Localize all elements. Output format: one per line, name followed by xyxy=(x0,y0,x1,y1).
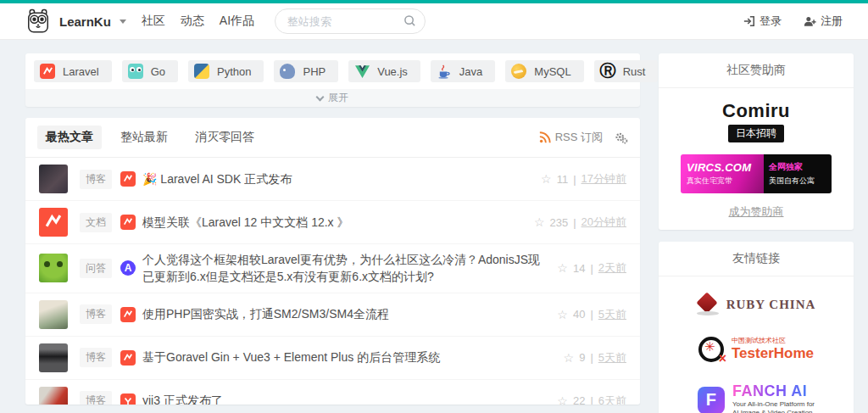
category-go[interactable]: Go xyxy=(122,60,178,82)
article-title[interactable]: 基于Goravel Gin + Vue3 + Element Plus 的后台管… xyxy=(142,349,564,366)
category-bar: Laravel Go Python PHP xyxy=(25,53,640,89)
sign-in-icon xyxy=(743,15,755,27)
meta-separator: | xyxy=(573,173,576,186)
star-icon: ☆ xyxy=(557,261,568,275)
tab-hottest-articles[interactable]: 最热文章 xyxy=(37,126,102,149)
testerhome-tagline: 中国测试技术社区 xyxy=(732,336,814,345)
search-icon[interactable] xyxy=(403,14,416,27)
nav-link-activity[interactable]: 动态 xyxy=(181,14,204,29)
category-mysql[interactable]: MySQL xyxy=(505,60,583,82)
star-icon: ☆ xyxy=(564,351,575,365)
comiru-sponsor-link[interactable]: Comiru xyxy=(659,100,854,122)
feed-tabs: 最热文章 整站最新 消灭零回答 RSS 订阅 xyxy=(25,118,640,158)
nav-link-community[interactable]: 社区 xyxy=(142,14,165,29)
article-type-badge: 博客 xyxy=(80,304,112,324)
category-java[interactable]: Java xyxy=(431,60,495,82)
article-type-badge: 博客 xyxy=(80,348,112,367)
vircs-tag: 全网独家 xyxy=(769,161,832,173)
comiru-badge[interactable]: 日本招聘 xyxy=(728,125,784,142)
yii-icon xyxy=(120,393,136,405)
laravel-icon xyxy=(40,64,55,79)
article-meta: ☆ 9 | 5天前 xyxy=(564,350,626,366)
star-icon: ☆ xyxy=(557,308,568,321)
article-meta: ☆ 235 | 20分钟前 xyxy=(534,215,626,230)
tab-site-latest[interactable]: 整站最新 xyxy=(112,126,176,149)
category-php[interactable]: PHP xyxy=(274,60,338,82)
star-count: 22 xyxy=(573,394,585,405)
brand-name[interactable]: LearnKu xyxy=(59,14,111,29)
nav-link-ai-works[interactable]: AI作品 xyxy=(220,14,254,29)
register-button[interactable]: 注册 xyxy=(804,14,843,29)
meta-separator: | xyxy=(573,216,576,229)
fanch-tagline-2: AI Image & Video Creation xyxy=(732,409,813,413)
expand-categories-toggle[interactable]: 展开 xyxy=(25,89,640,107)
laravel-icon xyxy=(120,171,136,187)
testerhome-logo-icon xyxy=(698,337,724,362)
article-type-badge: 博客 xyxy=(80,391,112,405)
article-title[interactable]: 个人觉得这个框架相较Laravel更有优势，为什么社区这么冷清？AdonisJS… xyxy=(142,251,557,286)
category-vuejs[interactable]: Vue.js xyxy=(348,60,420,82)
friend-link-fanch-ai[interactable]: F FANCH AI Your All-in-One Platform for … xyxy=(659,372,854,413)
tab-zero-replies[interactable]: 消灭零回答 xyxy=(186,126,263,149)
article-title[interactable]: 使用PHP国密实战，打通SM2/SM3/SM4全流程 xyxy=(142,305,557,322)
avatar[interactable] xyxy=(39,387,68,405)
article-time-link[interactable]: 2天前 xyxy=(598,260,626,276)
article-row[interactable]: 博客 yii3 正式发布了 ☆ 22 | 6天前 xyxy=(25,380,640,405)
article-time-link[interactable]: 5天前 xyxy=(598,307,626,322)
friend-link-testerhome[interactable]: 中国测试技术社区 TesterHome xyxy=(659,326,854,372)
learnku-logo[interactable] xyxy=(25,8,51,34)
friend-link-ruby-china[interactable]: RUBY CHINA xyxy=(659,283,854,326)
category-laravel[interactable]: Laravel xyxy=(34,60,112,82)
article-title[interactable]: yii3 正式发布了 xyxy=(142,392,557,405)
article-meta: ☆ 14 | 2天前 xyxy=(557,260,626,276)
vuejs-icon xyxy=(353,63,370,80)
site-search xyxy=(275,8,426,34)
article-time-link[interactable]: 5天前 xyxy=(598,350,626,366)
article-time-link[interactable]: 17分钟前 xyxy=(581,171,626,187)
go-gopher-icon xyxy=(128,64,143,79)
chevron-down-icon xyxy=(316,92,325,101)
become-sponsor-link[interactable]: 成为赞助商 xyxy=(729,204,784,220)
meta-separator: | xyxy=(590,351,593,364)
user-plus-icon xyxy=(804,15,816,27)
article-time-link[interactable]: 20分钟前 xyxy=(581,215,626,230)
article-meta: ☆ 11 | 17分钟前 xyxy=(541,171,626,187)
chevron-down-icon[interactable] xyxy=(120,20,126,24)
article-row[interactable]: 博客 🎉 Laravel AI SDK 正式发布 ☆ 11 | 17分钟前 xyxy=(25,158,640,201)
sponsors-title: 社区赞助商 xyxy=(659,53,854,88)
article-meta: ☆ 22 | 6天前 xyxy=(557,393,626,405)
vircs-sponsor-banner[interactable]: VIRCS.COM 真实住宅宽带 全网独家 美国自有公寓 xyxy=(681,154,832,193)
article-row[interactable]: 问答 A 个人觉得这个框架相较Laravel更有优势，为什么社区这么冷清？Ado… xyxy=(25,244,640,293)
ruby-china-name: RUBY CHINA xyxy=(726,298,816,311)
article-row[interactable]: 博客 基于Goravel Gin + Vue3 + Element Plus 的… xyxy=(25,337,640,380)
article-time-link[interactable]: 6天前 xyxy=(598,393,626,405)
avatar[interactable] xyxy=(39,343,68,372)
rss-subscribe-link[interactable]: RSS 订阅 xyxy=(539,130,603,145)
avatar[interactable] xyxy=(39,254,68,282)
article-row[interactable]: 文档 模型关联《Laravel 12 中文文档 12.x 》 ☆ 235 | 2… xyxy=(25,201,640,244)
avatar[interactable] xyxy=(39,165,68,193)
meta-separator: | xyxy=(590,308,593,321)
category-rust[interactable]: Ⓡ Rust xyxy=(594,60,659,82)
java-icon xyxy=(436,63,453,80)
star-count: 40 xyxy=(573,308,585,321)
laravel-icon xyxy=(120,307,136,322)
star-count: 235 xyxy=(549,216,568,229)
article-row[interactable]: 博客 使用PHP国密实战，打通SM2/SM3/SM4全流程 ☆ 40 | 5天前 xyxy=(25,293,640,337)
star-count: 14 xyxy=(573,262,585,275)
laravel-icon xyxy=(120,215,136,230)
category-python[interactable]: Python xyxy=(188,60,264,82)
mysql-icon xyxy=(511,64,526,79)
avatar[interactable] xyxy=(39,300,68,329)
article-title[interactable]: 🎉 Laravel AI SDK 正式发布 xyxy=(142,170,541,187)
login-button[interactable]: 登录 xyxy=(743,14,782,29)
settings-cogs-icon[interactable] xyxy=(615,131,628,144)
avatar[interactable] xyxy=(39,208,68,237)
python-icon xyxy=(194,64,209,79)
star-count: 11 xyxy=(557,173,569,186)
vircs-tag2: 美国自有公寓 xyxy=(769,176,832,187)
article-title[interactable]: 模型关联《Laravel 12 中文文档 12.x 》 xyxy=(142,214,534,231)
testerhome-name: TesterHome xyxy=(732,345,814,361)
star-count: 9 xyxy=(579,351,585,364)
star-icon: ☆ xyxy=(541,172,552,186)
